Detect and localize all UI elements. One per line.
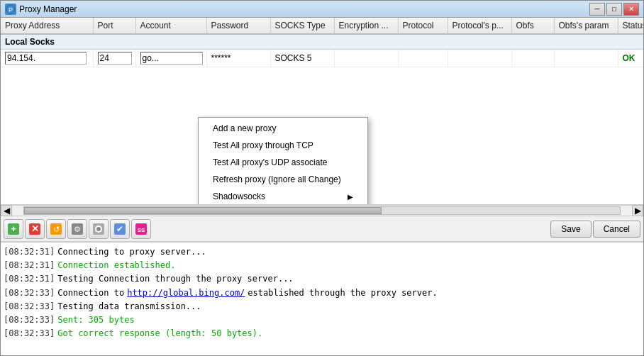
log-message-7: Got correct response (length: 50 bytes).: [57, 327, 262, 340]
cell-protocol-p: [448, 50, 511, 67]
cancel-button[interactable]: Cancel: [593, 221, 640, 238]
log-entry-3: [08:32:31] Testing Connection through th…: [4, 272, 640, 286]
log-time-3: [08:32:31]: [4, 272, 55, 286]
menu-item-label: Refresh proxy (Ignore all Change): [213, 174, 341, 184]
cell-port: [93, 50, 135, 67]
col-header-obfs[interactable]: Obfs: [511, 18, 554, 34]
log-message-2: Connection established.: [57, 259, 175, 272]
log-entry-7: [08:32:33] Got correct response (length:…: [4, 327, 640, 340]
svg-text:✕: ✕: [31, 223, 39, 234]
col-header-protocol[interactable]: Protocol: [398, 18, 448, 34]
scrollbar-track[interactable]: [23, 206, 621, 215]
refresh-button[interactable]: ↺: [46, 219, 66, 239]
main-content: Proxy Address Port Account Password SOCK…: [1, 18, 643, 355]
log-message-4-suffix: established through the proxy server.: [248, 287, 437, 300]
menu-item-test-tcp[interactable]: Test All proxy through TCP: [199, 137, 367, 154]
svg-text:⚙: ⚙: [74, 225, 81, 233]
window-title: Proxy Manager: [19, 4, 589, 14]
log-link-4[interactable]: http://global.bing.com/: [127, 287, 245, 300]
ss-button[interactable]: SS: [131, 219, 151, 239]
horizontal-scrollbar[interactable]: ◀ ▶: [1, 205, 643, 216]
cell-password: ******: [206, 50, 270, 67]
menu-item-refresh[interactable]: Refresh proxy (Ignore all Change): [199, 171, 367, 188]
cell-status: OK: [618, 50, 643, 67]
menu-item-label: Shadowsocks: [213, 191, 265, 201]
window-icon: P: [5, 4, 16, 15]
log-entry-6: [08:32:33] Sent: 305 bytes: [4, 313, 640, 327]
group-row-local-socks: Local Socks: [1, 34, 643, 50]
save-button[interactable]: Save: [550, 221, 591, 238]
group-label: Local Socks: [1, 34, 643, 50]
svg-point-12: [96, 227, 101, 231]
password-value: ******: [211, 53, 231, 63]
col-header-socks-type[interactable]: SOCKS Type: [270, 18, 334, 34]
scroll-right-btn[interactable]: ▶: [632, 205, 643, 216]
window-controls: ─ □ ✕: [589, 3, 639, 16]
svg-text:P: P: [9, 6, 13, 13]
table-row[interactable]: ****** SOCKS 5 OK: [1, 50, 643, 67]
toolbar: + ✕ ↺ ⚙ ✔ SS Save Cancel: [1, 216, 643, 242]
cell-encryption: [334, 50, 398, 67]
maximize-button[interactable]: □: [606, 3, 622, 16]
col-header-account[interactable]: Account: [135, 18, 206, 34]
settings-button[interactable]: ⚙: [67, 219, 87, 239]
cell-account: [135, 50, 206, 67]
port-input[interactable]: [98, 52, 132, 65]
svg-text:↺: ↺: [53, 225, 60, 233]
menu-item-label: Add a new proxy: [213, 123, 276, 133]
proxy-address-input[interactable]: [5, 52, 87, 65]
col-header-status[interactable]: Status: [618, 18, 643, 34]
cell-obfs-param: [554, 50, 618, 67]
log-time-6: [08:32:33]: [4, 313, 55, 327]
account-input[interactable]: [140, 52, 203, 65]
menu-item-add-proxy[interactable]: Add a new proxy: [199, 120, 367, 137]
cell-socks-type: SOCKS 5: [270, 50, 334, 67]
log-message-4-prefix: Connection to: [57, 287, 124, 300]
menu-item-test-udp[interactable]: Test All proxy's UDP associate: [199, 154, 367, 171]
col-header-protocol-p[interactable]: Protocol's p...: [448, 18, 511, 34]
log-time-1: [08:32:31]: [4, 245, 55, 259]
col-header-port[interactable]: Port: [93, 18, 135, 34]
proxy-manager-window: P Proxy Manager ─ □ ✕ Proxy Address Port…: [0, 0, 644, 356]
col-header-encryption[interactable]: Encryption ...: [334, 18, 398, 34]
cell-proxy-address: [1, 50, 93, 67]
log-time-7: [08:32:33]: [4, 327, 55, 340]
col-header-password[interactable]: Password: [206, 18, 270, 34]
log-time-2: [08:32:31]: [4, 259, 55, 272]
log-entry-5: [08:32:33] Testing data transmission...: [4, 300, 640, 313]
cell-protocol: [398, 50, 448, 67]
cell-obfs: [511, 50, 554, 67]
table-header-row: Proxy Address Port Account Password SOCK…: [1, 18, 643, 34]
close-button[interactable]: ✕: [623, 3, 639, 16]
toggle-button[interactable]: [89, 219, 109, 239]
col-header-proxy-address[interactable]: Proxy Address: [1, 18, 93, 34]
log-time-4: [08:32:33]: [4, 287, 55, 300]
minimize-button[interactable]: ─: [589, 3, 605, 16]
menu-item-label: Test All proxy's UDP associate: [213, 157, 327, 167]
delete-proxy-button[interactable]: ✕: [25, 219, 45, 239]
add-proxy-button[interactable]: +: [4, 219, 23, 239]
log-message-6: Sent: 305 bytes: [57, 313, 134, 327]
log-entry-1: [08:32:31] Connecting to proxy server...: [4, 245, 640, 259]
proxy-table-area: Proxy Address Port Account Password SOCK…: [1, 18, 643, 205]
proxy-table: Proxy Address Port Account Password SOCK…: [1, 18, 643, 67]
log-entry-4: [08:32:33] Connection to http://global.b…: [4, 287, 640, 300]
log-message-1: Connecting to proxy server...: [57, 245, 206, 259]
log-message-3: Testing Connection through the proxy ser…: [57, 272, 293, 286]
menu-item-label: Test All proxy through TCP: [213, 140, 313, 150]
scrollbar-thumb[interactable]: [24, 207, 382, 214]
svg-text:+: +: [11, 223, 16, 234]
log-area[interactable]: [08:32:31] Connecting to proxy server...…: [1, 242, 643, 355]
menu-item-shadowsocks[interactable]: Shadowsocks ▶: [199, 188, 367, 205]
svg-text:SS: SS: [138, 227, 145, 233]
check-button[interactable]: ✔: [110, 219, 130, 239]
col-header-obfs-param[interactable]: Obfs's param: [554, 18, 618, 34]
log-time-5: [08:32:33]: [4, 300, 55, 313]
log-message-5: Testing data transmission...: [57, 300, 201, 313]
titlebar: P Proxy Manager ─ □ ✕: [1, 1, 643, 18]
log-entry-2: [08:32:31] Connection established.: [4, 259, 640, 272]
submenu-arrow-icon: ▶: [348, 193, 353, 201]
context-menu: Add a new proxy Test All proxy through T…: [198, 117, 368, 205]
scroll-left-btn[interactable]: ◀: [1, 205, 12, 216]
svg-text:✔: ✔: [116, 224, 123, 234]
